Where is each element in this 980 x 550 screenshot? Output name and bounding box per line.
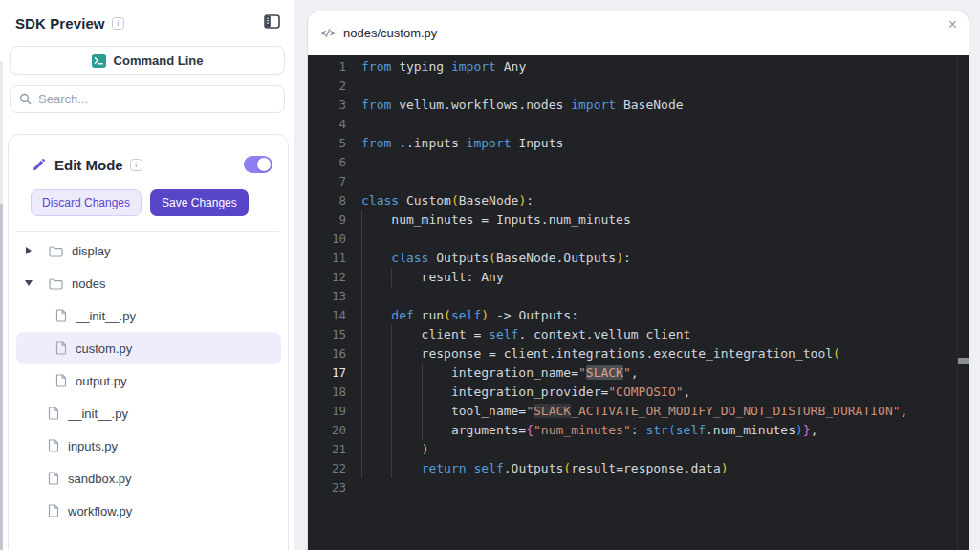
tree-item-workflow-py[interactable]: workflow.py	[16, 495, 281, 527]
panel-left-icon	[264, 14, 280, 32]
search-input[interactable]	[38, 92, 275, 106]
indent-guide	[361, 383, 362, 402]
indent-guide	[361, 459, 362, 478]
indent-guide	[391, 344, 392, 363]
indent-guide	[391, 363, 392, 383]
code-token: Any	[496, 59, 526, 74]
code-line: 4	[308, 115, 969, 134]
tree-item-display[interactable]: display	[16, 234, 281, 267]
indent-guide	[391, 402, 392, 421]
code-token: typing	[391, 59, 451, 74]
command-line-button[interactable]: Command Line	[10, 46, 285, 75]
code-area[interactable]: 1from typing import Any23from vellum.wor…	[308, 55, 969, 550]
code-line: 2	[308, 77, 969, 96]
search-match-highlight: SLACK	[534, 404, 571, 418]
code-token: ,	[684, 385, 691, 399]
indent-guide	[391, 325, 392, 344]
code-token: BaseNode	[459, 193, 519, 208]
tree-item-sandbox-py[interactable]: sandbox.py	[16, 462, 281, 495]
code-text[interactable]: arguments={"num_minutes": str(self.num_m…	[361, 421, 817, 440]
tree-item-init-py[interactable]: __init__.py	[16, 397, 281, 429]
code-line: 7	[308, 172, 969, 191]
code-text[interactable]: )	[361, 440, 428, 459]
overview-ruler	[957, 55, 958, 550]
code-token: )	[795, 423, 803, 437]
code-text[interactable]: from vellum.workflows.nodes import BaseN…	[361, 96, 684, 115]
tree-item-nodes[interactable]: nodes	[16, 267, 281, 299]
sidebar: SDK Preview i Command Line	[0, 0, 294, 550]
line-number: 17	[308, 363, 346, 383]
code-line: 5from ..inputs import Inputs	[308, 134, 969, 153]
sidebar-scrollbar-thumb[interactable]	[0, 204, 3, 550]
tree-item-init-py[interactable]: __init__.py	[16, 299, 281, 332]
tree-item-label: workflow.py	[68, 504, 132, 518]
tree-item-custom-py[interactable]: custom.py	[16, 332, 281, 364]
file-icon	[48, 504, 59, 517]
code-token: from	[361, 136, 391, 150]
code-text[interactable]: integration_provider="COMPOSIO",	[361, 383, 690, 402]
code-text[interactable]: client = self._context.vellum_client	[361, 325, 690, 344]
code-token: "	[623, 365, 631, 380]
code-token: (	[833, 346, 840, 361]
close-editor-button[interactable]: ×	[948, 17, 957, 33]
file-icon	[55, 309, 67, 322]
code-line: 8class Custom(BaseNode):	[308, 191, 969, 210]
code-text[interactable]: num_minutes = Inputs.num_minutes	[361, 210, 631, 230]
edit-mode-label: Edit Mode	[54, 157, 123, 173]
code-token: run	[414, 308, 444, 322]
line-number: 22	[308, 459, 346, 478]
indent-guide	[361, 210, 362, 230]
edit-mode-toggle[interactable]	[244, 156, 272, 173]
tree-item-label: nodes	[72, 276, 105, 291]
save-changes-button[interactable]: Save Changes	[150, 189, 249, 216]
collapse-panel-button[interactable]	[264, 14, 280, 32]
line-number: 18	[308, 383, 346, 402]
code-line: 22 return self.Outputs(result=response.d…	[308, 459, 969, 478]
code-text[interactable]: class Custom(BaseNode):	[361, 191, 534, 210]
line-number: 13	[308, 287, 346, 306]
code-token: )	[616, 251, 623, 265]
line-number: 20	[308, 421, 346, 440]
code-token: ,	[901, 404, 908, 418]
indent-guide	[422, 383, 423, 402]
code-token: :	[623, 251, 631, 265]
code-token: .Outputs	[504, 461, 564, 475]
code-line: 18 integration_provider="COMPOSIO",	[308, 383, 969, 402]
code-text[interactable]: from ..inputs import Inputs	[361, 134, 563, 153]
file-icon	[48, 407, 59, 420]
line-number: 9	[308, 210, 346, 230]
command-line-label: Command Line	[114, 54, 204, 68]
code-line: 3from vellum.workflows.nodes import Base…	[308, 96, 969, 115]
code-token: result: Any	[361, 270, 504, 284]
chevron-right-icon[interactable]	[24, 246, 33, 255]
editor-header: </> nodes/custom.py ×	[308, 11, 969, 55]
code-line: 10	[308, 230, 969, 249]
chevron-down-icon[interactable]	[24, 279, 33, 287]
tree-item-output-py[interactable]: output.py	[16, 364, 281, 397]
code-text[interactable]: response = client.integrations.execute_i…	[361, 344, 840, 363]
line-number: 19	[308, 402, 346, 421]
code-text[interactable]: result: Any	[361, 268, 504, 287]
indent-guide	[361, 440, 362, 459]
code-text[interactable]: integration_name="SLACK",	[361, 363, 639, 383]
tree-item-inputs-py[interactable]: inputs.py	[16, 429, 281, 462]
code-editor-panel: </> nodes/custom.py × 1from typing impor…	[308, 11, 969, 550]
code-token: "COMPOSIO"	[608, 385, 683, 399]
discard-changes-button[interactable]: Discard Changes	[31, 189, 142, 216]
code-text[interactable]: def run(self) -> Outputs:	[361, 306, 578, 325]
indent-guide	[422, 402, 423, 421]
line-number: 15	[308, 325, 346, 344]
code-token: "num_minutes"	[534, 423, 631, 437]
code-token	[361, 251, 391, 265]
indent-guide	[391, 383, 392, 402]
code-token: .num_minutes	[706, 423, 795, 437]
code-text[interactable]: class Outputs(BaseNode.Outputs):	[361, 249, 631, 268]
code-text[interactable]: return self.Outputs(result=response.data…	[361, 459, 729, 478]
code-line: 11 class Outputs(BaseNode.Outputs):	[308, 249, 969, 268]
code-line: 19 tool_name="SLACK_ACTIVATE_OR_MODIFY_D…	[308, 402, 969, 421]
tree-item-label: display	[72, 244, 110, 258]
code-token: ,	[631, 365, 639, 380]
code-token: import	[571, 98, 616, 112]
code-text[interactable]: from typing import Any	[361, 57, 526, 77]
code-text[interactable]: tool_name="SLACK_ACTIVATE_OR_MODIFY_DO_N…	[361, 402, 907, 421]
